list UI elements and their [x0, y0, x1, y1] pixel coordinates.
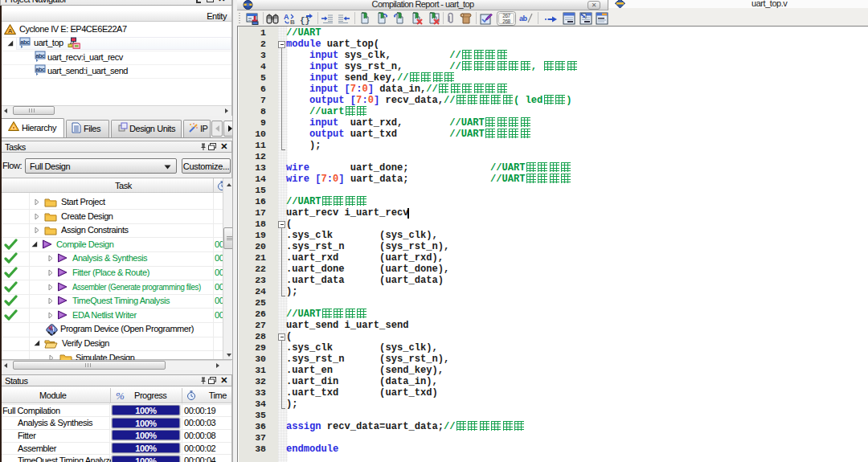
svg-text:B: B: [290, 18, 295, 25]
svg-text:abc: abc: [35, 52, 45, 59]
svg-text:267: 267: [502, 13, 510, 18]
svg-text:abc: abc: [35, 66, 45, 73]
svg-text:268: 268: [502, 18, 510, 24]
svg-text:A: A: [8, 27, 13, 35]
svg-text:A: A: [284, 13, 289, 21]
svg-text:abc: abc: [20, 39, 30, 46]
svg-text:ab: ab: [519, 14, 528, 22]
svg-text:{}: {}: [300, 16, 309, 25]
